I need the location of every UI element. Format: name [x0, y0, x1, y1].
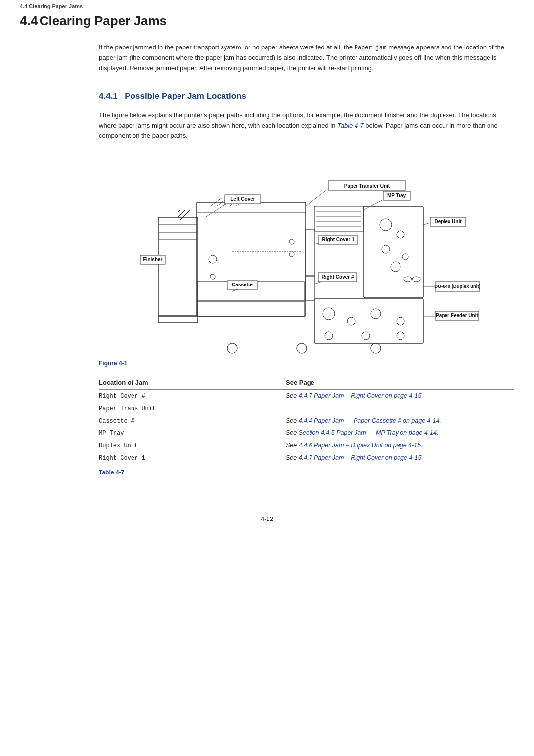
svg-rect-10 — [197, 202, 306, 316]
subsection-number: 4.4.1 — [99, 92, 118, 101]
table-row: MP Tray See Section 4.4.5 Paper Jam — MP… — [99, 427, 514, 439]
svg-point-38 — [412, 277, 420, 282]
svg-text:Deplex Unit: Deplex Unit — [434, 219, 462, 224]
figure-container: Paper Transfer Unit Left Cover MP Tray F… — [99, 153, 514, 367]
svg-rect-24 — [306, 230, 314, 277]
svg-line-4 — [161, 210, 171, 220]
svg-point-35 — [402, 254, 408, 260]
table-header: Location of Jam See Page — [99, 376, 514, 390]
table-row: Duplex Unit See 4.4.6 Paper Jam – Duplex… — [99, 439, 514, 452]
svg-point-40 — [323, 308, 335, 320]
svg-point-43 — [397, 317, 404, 325]
svg-point-44 — [325, 332, 333, 340]
section-title: Clearing Paper Jams — [40, 13, 167, 28]
svg-point-36 — [391, 262, 400, 272]
top-border — [20, 0, 514, 3]
location-cell: Paper Trans Unit — [99, 402, 286, 415]
svg-point-32 — [380, 219, 392, 231]
svg-point-20 — [210, 274, 215, 279]
printer-diagram: Paper Transfer Unit Left Cover MP Tray F… — [134, 153, 480, 356]
svg-rect-25 — [314, 206, 364, 231]
svg-text:Right Cover #: Right Cover # — [321, 274, 354, 280]
svg-text:DU-640 (Duplex unit): DU-640 (Duplex unit) — [434, 284, 480, 289]
svg-point-34 — [382, 245, 390, 253]
svg-point-46 — [397, 332, 404, 340]
svg-point-49 — [371, 343, 381, 353]
svg-point-42 — [371, 309, 381, 319]
subsection-title: Possible Paper Jam Locations — [125, 92, 246, 101]
table-link[interactable]: Table 4-7 — [337, 122, 364, 129]
jam-locations-table: Location of Jam See Page Right Cover # S… — [99, 376, 514, 466]
location-cell: Duplex Unit — [99, 439, 286, 452]
svg-text:Left Cover: Left Cover — [230, 196, 255, 202]
svg-rect-39 — [314, 299, 423, 343]
svg-line-5 — [166, 210, 176, 220]
svg-text:Finisher: Finisher — [143, 257, 163, 262]
svg-line-6 — [171, 210, 180, 220]
paper-jam-code: Paper jam — [355, 45, 387, 51]
svg-point-19 — [209, 255, 217, 263]
svg-line-8 — [180, 210, 190, 220]
see-page-cell: See Section 4.4.5 Paper Jam — MP Tray on… — [286, 427, 514, 439]
subsection-header: 4.4.1 Possible Paper Jam Locations — [99, 92, 514, 101]
see-page-cell: See 4.4.7 Paper Jam – Right Cover on pag… — [286, 452, 514, 466]
svg-text:Paper Transfer Unit: Paper Transfer Unit — [344, 183, 390, 189]
col2-header: See Page — [286, 376, 514, 390]
table-row: Right Cover # See 4.4.7 Paper Jam – Righ… — [99, 390, 514, 403]
page: 4.4 Clearing Paper Jams 4.4 Clearing Pap… — [0, 0, 534, 756]
figure-description: The figure below explains the printer's … — [99, 110, 514, 141]
svg-rect-18 — [198, 300, 304, 316]
see-page-cell: See 4.4.6 Paper Jam – Duplex Unit on pag… — [286, 439, 514, 452]
col1-header: Location of Jam — [99, 376, 286, 390]
table-row: Cassette # See 4.4.4 Paper Jam — Paper C… — [99, 415, 514, 427]
svg-line-12 — [210, 197, 222, 206]
location-cell: Cassette # — [99, 415, 286, 427]
svg-line-50 — [306, 189, 329, 206]
svg-point-22 — [289, 252, 294, 257]
svg-rect-31 — [364, 206, 423, 298]
svg-rect-30 — [306, 276, 314, 300]
see-page-cell: See 4.4.7 Paper Jam – Right Cover on pag… — [286, 390, 514, 415]
svg-point-41 — [347, 317, 355, 325]
table-label: Table 4-7 — [99, 469, 514, 476]
location-cell: Right Cover 1 — [99, 452, 286, 466]
svg-point-21 — [289, 239, 294, 244]
svg-text:Right Cover 1: Right Cover 1 — [322, 237, 354, 242]
location-cell: Right Cover # — [99, 390, 286, 403]
table-body: Right Cover # See 4.4.7 Paper Jam – Righ… — [99, 390, 514, 466]
svg-line-7 — [176, 210, 185, 220]
header-label: 4.4 Clearing Paper Jams — [20, 3, 514, 13]
intro-text: If the paper jammed in the paper transpo… — [99, 43, 514, 74]
svg-point-47 — [227, 343, 237, 353]
bottom-border — [20, 511, 514, 511]
section-number: 4.4 — [20, 13, 38, 28]
svg-text:Cassette: Cassette — [232, 282, 253, 287]
svg-line-52 — [364, 198, 386, 210]
location-cell: MP Tray — [99, 427, 286, 439]
svg-text:MP Tray: MP Tray — [387, 193, 406, 198]
see-page-cell: See 4.4.4 Paper Jam — Paper Cassette # o… — [286, 415, 514, 427]
svg-point-45 — [362, 332, 370, 340]
svg-point-33 — [397, 231, 404, 238]
page-number: 4-12 — [0, 515, 534, 522]
svg-text:Paper Feeder Unit: Paper Feeder Unit — [436, 313, 478, 318]
table-row: Right Cover 1 See 4.4.7 Paper Jam – Righ… — [99, 452, 514, 466]
content-area: If the paper jammed in the paper transpo… — [99, 43, 514, 476]
svg-point-37 — [404, 277, 412, 282]
figure-label: Figure 4-1 — [99, 360, 514, 367]
svg-point-48 — [297, 343, 307, 353]
